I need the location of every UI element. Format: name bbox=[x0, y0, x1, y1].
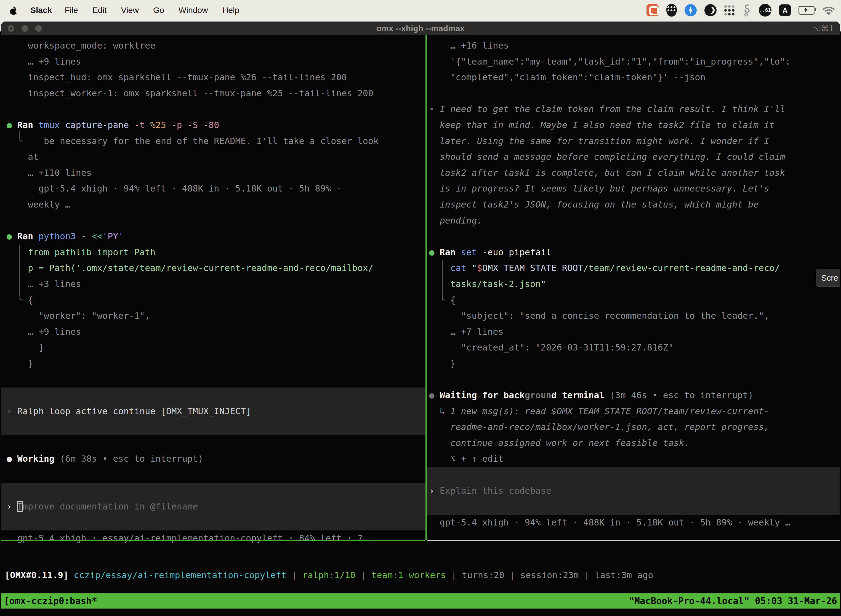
text-segment: } bbox=[429, 358, 456, 369]
text-segment: p = Path('.omx/state/team/review-current… bbox=[7, 263, 373, 273]
menu-bar-left: Slack FileEditViewGoWindowHelp bbox=[0, 6, 239, 15]
tmux-status-bar: [omx-cczip0:bash* "MacBook-Pro-44.local"… bbox=[1, 593, 840, 609]
text-segment: readme-and-reco/mailbox/worker-1.json, a… bbox=[429, 422, 769, 432]
text-segment: Ran bbox=[440, 247, 461, 258]
text-segment: inspect_worker-1: omx sparkshell --tmux-… bbox=[7, 88, 373, 98]
terminal-line: … +110 lines bbox=[1, 165, 425, 181]
terminal-line bbox=[1, 483, 425, 499]
terminal-line: tasks/task-2.json" bbox=[427, 276, 840, 292]
text-segment: 1 new msg(s): read $OMX_TEAM_STATE_ROOT/… bbox=[450, 406, 769, 417]
tmux-pane-hud[interactable]: workspace_mode: worktree … +9 lines insp… bbox=[1, 35, 425, 543]
terminal-line bbox=[1, 435, 425, 451]
window-title-bar[interactable]: omx --xhigh --madmax ⌥⌘1 bbox=[1, 22, 840, 35]
omx-hud-status-line: [OMX#0.11.9] cczip/essay/ai-reimplementa… bbox=[5, 568, 653, 584]
text-segment: last:3m ago bbox=[595, 570, 653, 581]
menu-item-edit[interactable]: Edit bbox=[92, 6, 107, 15]
terminal-line bbox=[427, 85, 840, 101]
menu-item-file[interactable]: File bbox=[64, 6, 78, 15]
chat-icon[interactable] bbox=[646, 4, 659, 16]
terminal-line: p = Path('.omx/state/team/review-current… bbox=[1, 260, 425, 276]
text-segment: gpt-5.4 xhigh · 94% left · 488K in · 5.1… bbox=[429, 517, 791, 528]
text-segment: Ran bbox=[18, 231, 39, 242]
terminal-line: └ { bbox=[1, 292, 425, 308]
battery-icon[interactable] bbox=[799, 6, 815, 15]
text-segment: team:1 workers bbox=[371, 570, 451, 581]
shield-keypad-icon[interactable] bbox=[666, 4, 677, 16]
waiting-status: ● Waiting for background terminal (3m 46… bbox=[427, 387, 840, 403]
terminal-line bbox=[1, 101, 425, 117]
text-segment: | bbox=[510, 570, 520, 581]
terminal-line: inspect_worker-1: omx sparkshell --tmux-… bbox=[1, 85, 425, 101]
terminal-line: readme-and-reco/mailbox/worker-1.json, a… bbox=[427, 419, 840, 435]
terminal-line: keep that in mind. Maybe I also need the… bbox=[427, 117, 840, 133]
text-segment: ralph:1/10 bbox=[302, 570, 361, 581]
menu-item-help[interactable]: Help bbox=[223, 6, 239, 15]
input-source-icon[interactable]: A bbox=[779, 4, 791, 16]
text-segment: } bbox=[7, 358, 33, 369]
text-segment: d terminal bbox=[551, 390, 605, 400]
tmux-pane-worker-1[interactable]: … +16 lines '{"team_name":"my-team","tas… bbox=[427, 35, 840, 543]
menu-item-view[interactable]: View bbox=[121, 6, 139, 15]
text-segment: › bbox=[7, 501, 18, 512]
model-status-line: gpt-5.4 xhigh · essay/ai-reimplementatio… bbox=[1, 531, 425, 543]
text-segment: { bbox=[28, 295, 33, 305]
terminal-line: … +7 lines bbox=[427, 324, 840, 340]
tool-call-tmux-capture: ● Ran tmux capture-pane -t %25 -p -S -80 bbox=[1, 117, 425, 133]
terminal-line: task2 after task1 is complete, but can I… bbox=[427, 165, 840, 181]
text-segment: Ran bbox=[18, 120, 39, 130]
screen-toast-overlay: Scre bbox=[816, 269, 840, 287]
terminal-line: inspect_hud: omx sparkshell --tmux-pane … bbox=[1, 70, 425, 85]
count-badge-icon[interactable]: ..61 bbox=[759, 4, 771, 16]
text-segment: tmux bbox=[39, 120, 65, 130]
text-segment: inspect task2's JSON, focusing on the st… bbox=[429, 199, 759, 210]
terminal-line: is in progress? It seems likely but perh… bbox=[427, 181, 840, 197]
menu-item-app[interactable]: Slack bbox=[30, 6, 52, 15]
tool-output-connector bbox=[19, 131, 20, 139]
text-segment: • bbox=[429, 104, 440, 114]
tmux-session-label[interactable]: [omx-cczip0:bash* bbox=[4, 595, 97, 606]
text-segment: ] bbox=[7, 342, 44, 353]
terminal-line: } bbox=[1, 356, 425, 372]
text-segment: … +9 lines bbox=[7, 327, 81, 337]
text-segment: ● bbox=[7, 120, 18, 130]
text-segment: %25 bbox=[150, 120, 171, 130]
terminal-line: should send a message before completing … bbox=[427, 149, 840, 165]
terminal-line bbox=[1, 371, 425, 387]
terminal-line: later. Using the same for transition mig… bbox=[427, 133, 840, 149]
text-segment bbox=[429, 263, 450, 273]
text-segment: /team/review-current-readme-and-reco/ bbox=[583, 263, 780, 273]
text-segment: is in progress? It seems likely but perh… bbox=[429, 183, 769, 194]
wifi-icon[interactable] bbox=[822, 5, 835, 15]
menu-item-window[interactable]: Window bbox=[179, 6, 208, 15]
composer-input[interactable]: › Improve documentation in @filename bbox=[1, 499, 425, 515]
terminal-line: inspect task2's JSON, focusing on the st… bbox=[427, 197, 840, 213]
squiggle-icon[interactable] bbox=[742, 4, 751, 17]
dots-grid-icon[interactable] bbox=[724, 5, 734, 15]
composer-input[interactable]: › Explain this codebase bbox=[427, 483, 840, 499]
crescent-icon[interactable] bbox=[705, 4, 716, 16]
text-segment: " bbox=[541, 279, 546, 289]
terminal-line bbox=[427, 371, 840, 387]
terminal-line: "worker": "worker-1", bbox=[1, 308, 425, 324]
terminal-line: at bbox=[1, 149, 425, 165]
apple-menu-icon[interactable] bbox=[10, 7, 17, 14]
terminal-line: "created_at": "2026-03-31T11:59:27.816Z" bbox=[427, 340, 840, 356]
text-segment: … +16 lines bbox=[429, 40, 509, 51]
text-segment: set bbox=[461, 247, 482, 258]
menu-bar-status-icons: ..61 A bbox=[646, 4, 841, 17]
terminal-line: … +9 lines bbox=[1, 54, 425, 70]
left-pane-border bbox=[1, 540, 425, 541]
text-segment: cczip/essay/ai-reimplementation-copyleft bbox=[74, 570, 292, 581]
text-segment: ⌥ + ↑ edit bbox=[429, 453, 504, 464]
text-segment: ● bbox=[429, 390, 440, 400]
text-segment: (3m 46s • esc to interrupt) bbox=[605, 390, 753, 400]
bolt-badge-icon[interactable] bbox=[684, 4, 697, 16]
text-segment: at bbox=[7, 151, 39, 162]
text-segment: | bbox=[584, 570, 595, 581]
text-segment: later. Using the same for transition mig… bbox=[429, 136, 769, 146]
text-segment: - bbox=[81, 231, 92, 242]
menu-item-go[interactable]: Go bbox=[153, 6, 164, 15]
text-segment: "worker": "worker-1", bbox=[7, 311, 150, 321]
text-segment: › bbox=[7, 406, 18, 417]
text-segment: << bbox=[92, 231, 103, 242]
